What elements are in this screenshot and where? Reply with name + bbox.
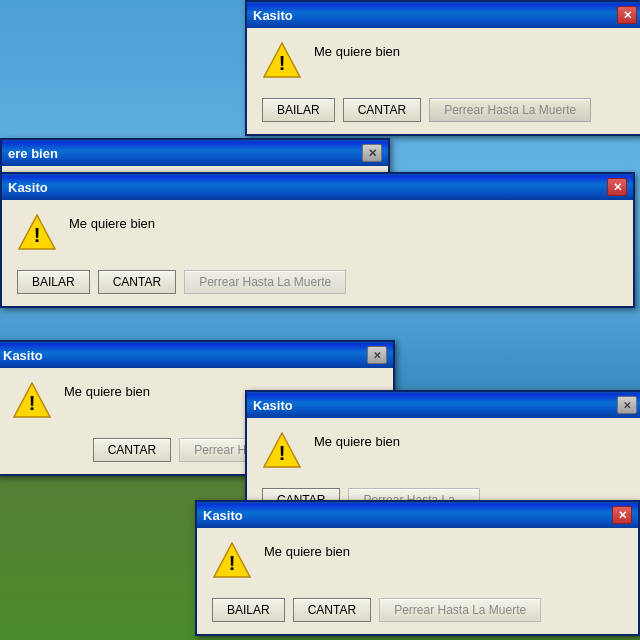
perrear-button-2[interactable]: Perrear Hasta La Muerte — [184, 270, 346, 294]
button-row-2: BAILAR CANTAR Perrear Hasta La Muerte — [2, 264, 633, 306]
dialog-window-5: Kasito ✕ ! Me quiere bien BAILAR CANTAR … — [195, 500, 640, 636]
warning-icon-2: ! — [17, 212, 57, 252]
close-button-1[interactable]: ✕ — [617, 6, 637, 24]
message-text-3: Me quiere bien — [64, 380, 150, 399]
warning-icon-5: ! — [212, 540, 252, 580]
titlebar-text-2: Kasito — [8, 180, 48, 195]
warning-icon-4: ! — [262, 430, 302, 470]
title-label-partial: ere bien — [8, 146, 58, 161]
close-button-4[interactable]: ✕ — [617, 396, 637, 414]
message-text-4: Me quiere bien — [314, 430, 400, 449]
message-text-2: Me quiere bien — [69, 212, 155, 231]
bailar-button-2[interactable]: BAILAR — [17, 270, 90, 294]
titlebar-2[interactable]: Kasito ✕ — [2, 174, 633, 200]
button-row-1: BAILAR CANTAR Perrear Hasta La Muerte — [247, 92, 640, 134]
svg-text:!: ! — [229, 552, 236, 574]
close-button-partial[interactable]: ✕ — [362, 144, 382, 162]
warning-icon-1: ! — [262, 40, 302, 80]
titlebar-4[interactable]: Kasito ✕ — [247, 392, 640, 418]
message-text-5: Me quiere bien — [264, 540, 350, 559]
cantar-button-3[interactable]: CANTAR — [93, 438, 171, 462]
svg-text:!: ! — [29, 392, 36, 414]
titlebar-3[interactable]: Kasito ✕ — [0, 342, 393, 368]
title-label-3: Kasito — [3, 348, 43, 363]
svg-text:!: ! — [279, 442, 286, 464]
titlebar-1[interactable]: Kasito ✕ — [247, 2, 640, 28]
titlebar-text-4: Kasito — [253, 398, 293, 413]
bailar-button-1[interactable]: BAILAR — [262, 98, 335, 122]
titlebar-partial[interactable]: ere bien ✕ — [2, 140, 388, 166]
cantar-button-5[interactable]: CANTAR — [293, 598, 371, 622]
titlebar-text-partial: ere bien — [8, 146, 58, 161]
close-button-2[interactable]: ✕ — [607, 178, 627, 196]
title-label-2: Kasito — [8, 180, 48, 195]
svg-text:!: ! — [34, 224, 41, 246]
close-button-5[interactable]: ✕ — [612, 506, 632, 524]
titlebar-text-5: Kasito — [203, 508, 243, 523]
close-button-3[interactable]: ✕ — [367, 346, 387, 364]
title-label-5: Kasito — [203, 508, 243, 523]
titlebar-5[interactable]: Kasito ✕ — [197, 502, 638, 528]
svg-text:!: ! — [279, 52, 286, 74]
titlebar-text-1: Kasito — [253, 8, 293, 23]
dialog-body-2: ! Me quiere bien — [2, 200, 633, 264]
message-text-1: Me quiere bien — [314, 40, 400, 59]
button-row-5: BAILAR CANTAR Perrear Hasta La Muerte — [197, 592, 638, 634]
title-label-4: Kasito — [253, 398, 293, 413]
titlebar-text-3: Kasito — [3, 348, 43, 363]
dialog-window-2: Kasito ✕ ! Me quiere bien BAILAR CANTAR … — [0, 172, 635, 308]
perrear-button-5[interactable]: Perrear Hasta La Muerte — [379, 598, 541, 622]
cantar-button-1[interactable]: CANTAR — [343, 98, 421, 122]
warning-icon-3: ! — [12, 380, 52, 420]
cantar-button-2[interactable]: CANTAR — [98, 270, 176, 294]
perrear-button-1[interactable]: Perrear Hasta La Muerte — [429, 98, 591, 122]
dialog-window-1: Kasito ✕ ! Me quiere bien BAILAR CANTAR … — [245, 0, 640, 136]
bailar-button-5[interactable]: BAILAR — [212, 598, 285, 622]
dialog-body-5: ! Me quiere bien — [197, 528, 638, 592]
dialog-body-4: ! Me quiere bien — [247, 418, 640, 482]
title-label-1: Kasito — [253, 8, 293, 23]
dialog-body-1: ! Me quiere bien — [247, 28, 640, 92]
